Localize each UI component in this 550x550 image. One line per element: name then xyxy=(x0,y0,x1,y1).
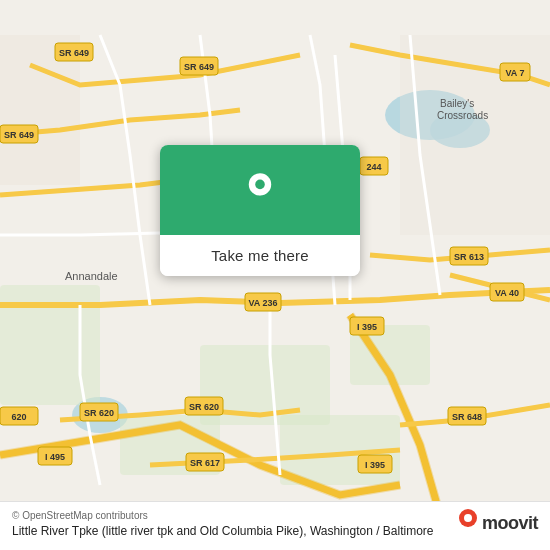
svg-text:SR 649: SR 649 xyxy=(4,130,34,140)
svg-point-50 xyxy=(464,514,472,522)
svg-text:VA 7: VA 7 xyxy=(505,68,524,78)
svg-text:Bailey's: Bailey's xyxy=(440,98,474,109)
popup-header xyxy=(160,145,360,235)
svg-text:Crossroads: Crossroads xyxy=(437,110,488,121)
map-container: SR 649 SR 649 SR 649 VA 7 244 SR 613 VA … xyxy=(0,0,550,550)
svg-text:I 395: I 395 xyxy=(357,322,377,332)
svg-text:SR 620: SR 620 xyxy=(189,402,219,412)
svg-text:I 495: I 495 xyxy=(45,452,65,462)
take-me-there-button[interactable]: Take me there xyxy=(160,235,360,276)
svg-text:SR 648: SR 648 xyxy=(452,412,482,422)
moovit-logo: moovit xyxy=(458,509,538,538)
bottom-bar: © OpenStreetMap contributors Little Rive… xyxy=(0,501,550,550)
moovit-brand-text: moovit xyxy=(482,513,538,534)
svg-text:I 395: I 395 xyxy=(365,460,385,470)
svg-text:VA 236: VA 236 xyxy=(248,298,277,308)
svg-text:VA 40: VA 40 xyxy=(495,288,519,298)
svg-text:244: 244 xyxy=(366,162,381,172)
svg-point-48 xyxy=(256,180,264,188)
svg-text:SR 613: SR 613 xyxy=(454,252,484,262)
svg-text:Annandale: Annandale xyxy=(65,270,118,282)
svg-text:SR 617: SR 617 xyxy=(190,458,220,468)
svg-text:620: 620 xyxy=(11,412,26,422)
svg-text:SR 620: SR 620 xyxy=(84,408,114,418)
svg-text:SR 649: SR 649 xyxy=(184,62,214,72)
svg-text:SR 649: SR 649 xyxy=(59,48,89,58)
location-pin-icon xyxy=(240,170,280,210)
moovit-pin-icon xyxy=(458,509,478,538)
popup-card: Take me there xyxy=(160,145,360,276)
